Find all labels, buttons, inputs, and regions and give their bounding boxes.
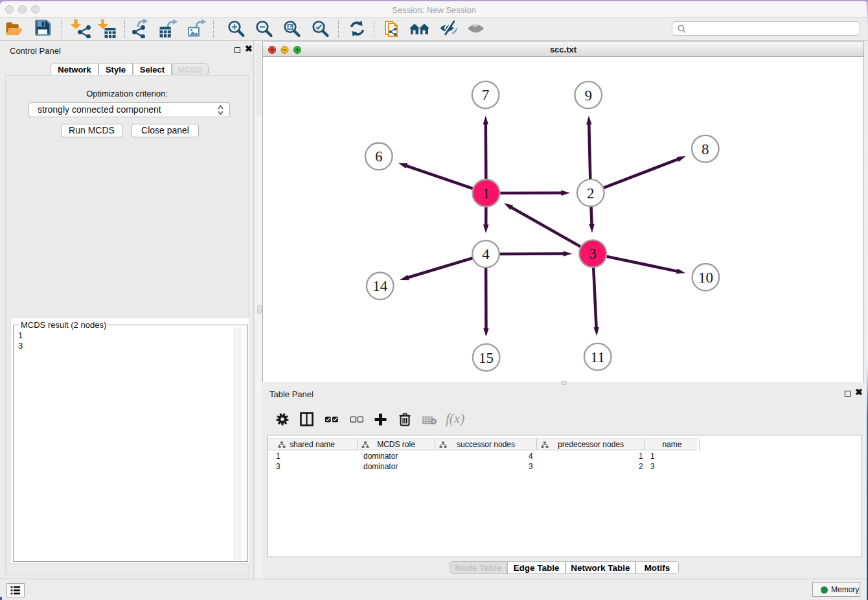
- svg-text:3: 3: [589, 246, 597, 262]
- svg-text:8: 8: [702, 141, 709, 157]
- svg-text:10: 10: [698, 270, 713, 286]
- svg-text:15: 15: [479, 350, 494, 366]
- svg-text:11: 11: [591, 349, 605, 365]
- svg-text:9: 9: [584, 87, 592, 104]
- svg-text:2: 2: [587, 185, 595, 202]
- svg-text:1: 1: [483, 185, 490, 202]
- svg-text:7: 7: [482, 87, 490, 103]
- svg-text:6: 6: [375, 148, 383, 165]
- svg-text:14: 14: [372, 278, 388, 294]
- svg-text:4: 4: [482, 246, 490, 262]
